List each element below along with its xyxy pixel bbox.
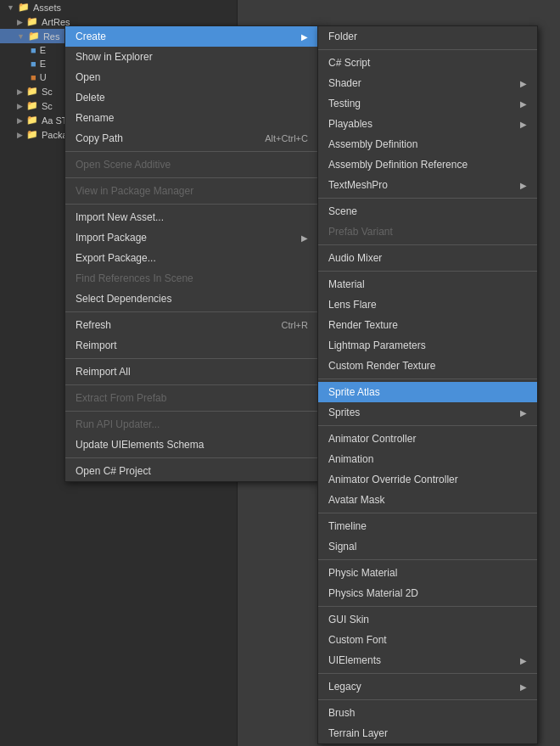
folder-icon: 📁 [26,100,38,111]
submenu-legacy[interactable]: Legacy ▶ [318,676,537,697]
submenu-avatar-mask[interactable]: Avatar Mask [318,490,537,510]
menu-label: Update UIElements Schema [76,439,204,451]
submenu-uielements[interactable]: UIElements ▶ [318,650,537,670]
submenu-label: Prefab Variant [328,226,393,238]
submenu-label: Folder [328,31,357,42]
submenu-label: Animator Override Controller [328,474,458,485]
submenu-csharp-script[interactable]: C# Script [318,53,537,73]
folder-icon: 📁 [18,2,30,13]
tree-label: Assets [33,3,61,13]
submenu-label: Assembly Definition [328,138,417,150]
tree-label: Aa ST [42,115,68,126]
submenu-custom-render-texture[interactable]: Custom Render Texture [318,356,537,376]
menu-select-dependencies[interactable]: Select Dependencies [65,289,318,309]
submenu-folder[interactable]: Folder [318,26,537,47]
submenu-lightmap-parameters[interactable]: Lightmap Parameters [318,335,537,356]
submenu-animation[interactable]: Animation [318,449,537,469]
submenu-scene[interactable]: Scene [318,201,537,222]
submenu-lens-flare[interactable]: Lens Flare [318,294,537,315]
submenu-label: Audio Mixer [328,252,382,264]
expand-icon: ▶ [17,131,23,139]
submenu-animator-controller[interactable]: Animator Controller [318,429,537,449]
menu-label: Select Dependencies [76,293,171,305]
separator [318,271,537,272]
submenu-testing[interactable]: Testing ▶ [318,93,537,114]
separator [318,49,537,50]
submenu-shader[interactable]: Shader ▶ [318,73,537,93]
menu-label: Reimport [76,339,117,351]
menu-show-explorer[interactable]: Show in Explorer [65,47,318,67]
menu-label: Find References In Scene [76,272,193,284]
menu-label: Reimport All [76,366,131,378]
tree-label: Packa [42,130,68,140]
menu-reimport-all[interactable]: Reimport All [65,362,318,382]
submenu-label: Shader [328,77,361,89]
menu-open[interactable]: Open [65,67,318,87]
prefab-icon: ■ [31,45,36,55]
submenu-label: Avatar Mask [328,494,384,506]
submenu-label: Lens Flare [328,299,377,311]
separator [65,358,318,359]
menu-import-package[interactable]: Import Package ▶ [65,227,318,248]
tree-assets[interactable]: ▼ 📁 Assets [0,0,237,14]
arrow-icon: ▶ [520,120,527,129]
menu-label: Export Package... [76,252,156,264]
submenu-assembly-definition-reference[interactable]: Assembly Definition Reference [318,154,537,175]
submenu-animator-override-controller[interactable]: Animator Override Controller [318,469,537,490]
submenu-signal[interactable]: Signal [318,536,537,557]
menu-label: Refresh [76,319,111,331]
submenu-label: Lightmap Parameters [328,339,426,351]
submenu-label: Assembly Definition Reference [328,159,468,171]
menu-refresh[interactable]: Refresh Ctrl+R [65,315,318,335]
submenu-physics-material-2d[interactable]: Physics Material 2D [318,583,537,603]
separator [318,379,537,379]
menu-label: Open [76,71,100,83]
menu-run-api-updater: Run API Updater... [65,414,318,435]
submenu-physic-material[interactable]: Physic Material [318,563,537,583]
submenu-gui-skin[interactable]: GUI Skin [318,609,537,630]
menu-open-csharp-project[interactable]: Open C# Project [65,461,318,481]
separator [65,311,318,312]
submenu-label: Sprite Atlas [328,386,380,398]
submenu-assembly-definition[interactable]: Assembly Definition [318,134,537,154]
submenu-brush[interactable]: Brush [318,703,537,723]
submenu-label: Animator Controller [328,433,416,445]
submenu-label: Custom Font [328,634,387,646]
submenu-sprites[interactable]: Sprites ▶ [318,402,537,423]
menu-rename[interactable]: Rename [65,108,318,128]
submenu-terrain-layer[interactable]: Terrain Layer [318,723,537,743]
submenu-label: Physics Material 2D [328,587,418,599]
context-menu-left: Create ▶ Show in Explorer Open Delete Re… [64,25,319,482]
submenu-custom-font[interactable]: Custom Font [318,630,537,650]
submenu-timeline[interactable]: Timeline [318,516,537,536]
menu-find-references: Find References In Scene [65,268,318,289]
submenu-audio-mixer[interactable]: Audio Mixer [318,248,537,268]
submenu-textmeshpro[interactable]: TextMeshPro ▶ [318,175,537,195]
folder-icon: 📁 [26,16,38,27]
menu-export-package[interactable]: Export Package... [65,248,318,268]
menu-reimport[interactable]: Reimport [65,335,318,356]
separator [318,425,537,426]
menu-label: Import New Asset... [76,211,164,223]
submenu-sprite-atlas[interactable]: Sprite Atlas [318,382,537,402]
tree-label: E [40,59,46,69]
submenu-label: Testing [328,98,361,109]
submenu-render-texture[interactable]: Render Texture [318,315,537,335]
menu-update-uielements[interactable]: Update UIElements Schema [65,435,318,455]
script-icon: ■ [31,72,36,82]
menu-copy-path[interactable]: Copy Path Alt+Ctrl+C [65,128,318,149]
menu-label: Show in Explorer [76,51,153,63]
submenu-material[interactable]: Material [318,274,537,294]
prefab-icon: ■ [31,59,36,69]
expand-icon: ▶ [17,87,23,96]
menu-create[interactable]: Create ▶ [65,26,318,47]
submenu-playables[interactable]: Playables ▶ [318,114,537,134]
arrow-icon: ▶ [520,408,527,418]
expand-icon: ▶ [17,18,23,26]
separator [65,384,318,385]
menu-import-new-asset[interactable]: Import New Asset... [65,207,318,227]
separator [65,204,318,205]
menu-delete[interactable]: Delete [65,87,318,108]
separator [65,151,318,152]
menu-open-scene-additive: Open Scene Additive [65,154,318,175]
